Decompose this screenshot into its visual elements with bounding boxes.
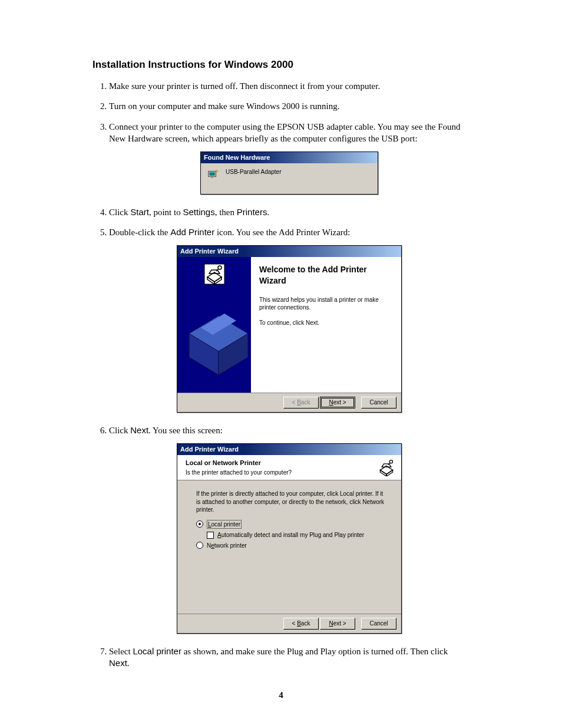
local-printer-radio[interactable]: Local printer bbox=[196, 520, 386, 529]
wizard2-instruction: If the printer is directly attached to y… bbox=[196, 490, 386, 514]
fnh-dialog: Found New Hardware USB-Parallel Adapter bbox=[200, 151, 378, 195]
svg-marker-16 bbox=[380, 470, 386, 476]
document-page: Installation Instructions for Windows 20… bbox=[51, 0, 511, 728]
hardware-icon bbox=[207, 168, 220, 181]
wizard1-next-button[interactable]: Next > bbox=[320, 397, 355, 409]
wizard2-dialog: Add Printer Wizard Local or Network Prin… bbox=[177, 443, 402, 634]
wizard1-text1: This wizard helps you install a printer … bbox=[259, 296, 393, 312]
wizard2-head-sub: Is the printer attached to your computer… bbox=[186, 469, 292, 477]
checkbox-icon bbox=[207, 532, 214, 539]
wizard1-text2: To continue, click Next. bbox=[259, 319, 393, 327]
step-3-text: Connect your printer to the computer usi… bbox=[109, 122, 461, 143]
wizard2-cancel-button[interactable]: Cancel bbox=[361, 618, 396, 630]
radio-on-icon bbox=[196, 521, 203, 528]
page-heading: Installation Instructions for Windows 20… bbox=[92, 59, 470, 71]
fnh-device-label: USB-Parallel Adapter bbox=[226, 168, 282, 176]
step-6: Click Next. You see this screen: Add Pri… bbox=[109, 424, 470, 634]
wizard2-next-button[interactable]: Next > bbox=[320, 618, 355, 630]
radio-off-icon bbox=[196, 542, 203, 549]
figure-found-new-hardware: Found New Hardware USB-Parallel Adapter bbox=[109, 151, 470, 195]
auto-detect-checkbox[interactable]: Automatically detect and install my Plug… bbox=[207, 531, 386, 539]
settings-label: Settings bbox=[183, 207, 214, 217]
svg-marker-18 bbox=[382, 464, 391, 467]
page-number: 4 bbox=[92, 690, 470, 700]
step-7: Select Local printer as shown, and make … bbox=[109, 645, 470, 670]
wizard1-cancel-button[interactable]: Cancel bbox=[361, 397, 396, 409]
svg-rect-1 bbox=[210, 172, 215, 176]
step-1: Make sure your printer is turned off. Th… bbox=[109, 80, 470, 92]
step-3: Connect your printer to the computer usi… bbox=[109, 121, 470, 195]
wizard1-back-button[interactable]: < Back bbox=[283, 397, 319, 409]
next-label: Next bbox=[130, 425, 148, 435]
wizard1-titlebar: Add Printer Wizard bbox=[177, 246, 401, 257]
wizard2-head-title: Local or Network Printer bbox=[186, 459, 292, 467]
instruction-list: Make sure your printer is turned off. Th… bbox=[92, 80, 470, 669]
add-printer-label: Add Printer bbox=[170, 227, 214, 237]
svg-rect-2 bbox=[211, 177, 213, 178]
printers-label: Printers bbox=[237, 207, 267, 217]
step-4: Click Start, point to Settings, then Pri… bbox=[109, 206, 470, 218]
wizard1-heading: Welcome to the Add Printer Wizard bbox=[259, 264, 393, 286]
figure-wizard-local-or-network: Add Printer Wizard Local or Network Prin… bbox=[109, 443, 470, 634]
figure-wizard-welcome: Add Printer Wizard bbox=[109, 245, 470, 412]
svg-marker-17 bbox=[386, 470, 393, 476]
next-label-2: Next bbox=[109, 658, 127, 668]
wizard1-dialog: Add Printer Wizard bbox=[177, 245, 402, 412]
wizard2-back-button[interactable]: < Back bbox=[283, 618, 319, 630]
network-printer-radio[interactable]: Network printer bbox=[196, 542, 386, 550]
printer-icon bbox=[378, 459, 395, 476]
step-2: Turn on your computer and make sure Wind… bbox=[109, 100, 470, 112]
step-5: Double-click the Add Printer icon. You s… bbox=[109, 226, 470, 413]
wizard1-sidebar-image bbox=[177, 257, 251, 393]
local-printer-label: Local printer bbox=[133, 646, 181, 656]
wizard2-titlebar: Add Printer Wizard bbox=[177, 444, 401, 455]
start-label: Start bbox=[130, 207, 149, 217]
fnh-titlebar: Found New Hardware bbox=[201, 152, 378, 163]
